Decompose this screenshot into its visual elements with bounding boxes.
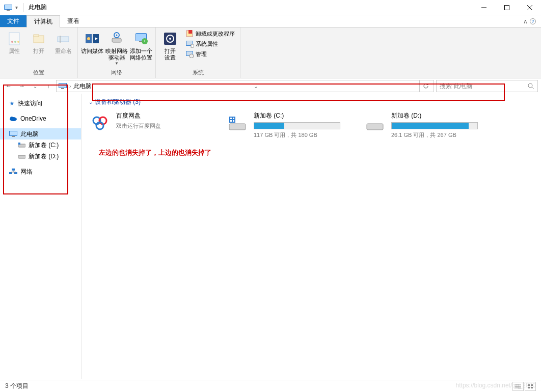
minimize-button[interactable] bbox=[472, 0, 495, 15]
uninstall-button[interactable]: 卸载或更改程序 bbox=[185, 30, 235, 38]
svg-point-9 bbox=[14, 41, 16, 43]
drive-usage-bar bbox=[391, 122, 478, 129]
svg-rect-52 bbox=[9, 172, 12, 174]
close-button[interactable] bbox=[518, 0, 541, 15]
svg-rect-60 bbox=[229, 124, 246, 130]
drive-icon bbox=[226, 111, 249, 134]
pc-icon bbox=[59, 83, 67, 89]
svg-point-42 bbox=[528, 83, 532, 88]
system-properties-button[interactable]: 系统属性 bbox=[185, 40, 235, 48]
tab-view[interactable]: 查看 bbox=[60, 15, 87, 27]
refresh-button[interactable] bbox=[419, 80, 431, 92]
navbar: ← → ⌄ ↑ › 此电脑 ⌄ 搜索"此电脑" bbox=[0, 78, 541, 94]
drive-icon bbox=[364, 111, 386, 134]
nav-back[interactable]: ← bbox=[3, 82, 14, 90]
nav-forward[interactable]: → bbox=[16, 82, 28, 90]
pc-icon bbox=[4, 5, 12, 11]
svg-point-17 bbox=[87, 37, 90, 40]
sidebar-item-onedrive[interactable]: OneDrive bbox=[0, 113, 81, 124]
svg-rect-70 bbox=[528, 384, 530, 386]
svg-line-43 bbox=[532, 87, 534, 89]
view-details-button[interactable] bbox=[512, 382, 524, 391]
network-icon bbox=[9, 169, 17, 175]
ribbon-collapse[interactable]: ∧? bbox=[518, 15, 541, 27]
content-pane: ⌄ 设备和驱动器 (3) 百度网盘 双击运行百度网盘 新加卷 (C:) 117 … bbox=[82, 94, 541, 379]
svg-rect-54 bbox=[12, 169, 15, 171]
svg-point-8 bbox=[11, 41, 13, 43]
svg-point-45 bbox=[10, 117, 13, 120]
rename-button[interactable]: 重命名 bbox=[51, 30, 75, 54]
svg-rect-2 bbox=[7, 10, 10, 11]
pc-icon bbox=[9, 131, 17, 137]
star-icon: ★ bbox=[9, 100, 15, 107]
svg-rect-62 bbox=[230, 118, 232, 119]
titlebar-divider bbox=[23, 3, 23, 12]
svg-point-21 bbox=[116, 35, 118, 36]
sidebar-item-network[interactable]: 网络 bbox=[0, 166, 81, 177]
chevron-down-icon: ⌄ bbox=[89, 99, 93, 105]
svg-rect-65 bbox=[233, 120, 234, 122]
cloud-icon bbox=[9, 116, 17, 121]
search-box[interactable]: 搜索"此电脑" bbox=[436, 80, 538, 92]
search-icon bbox=[528, 83, 534, 90]
map-drive-button[interactable]: 映射网络 驱动器 ▼ bbox=[104, 30, 129, 66]
svg-rect-73 bbox=[531, 387, 533, 388]
svg-rect-53 bbox=[14, 172, 17, 174]
svg-point-10 bbox=[17, 41, 19, 43]
statusbar: 3 个项目 bbox=[0, 380, 541, 392]
sidebar: ★ 快速访问 OneDrive 此电脑 新加卷 (C:) 新加卷 (D:) 网络 bbox=[0, 94, 82, 379]
svg-rect-63 bbox=[233, 118, 234, 119]
svg-rect-7 bbox=[9, 33, 19, 45]
svg-rect-61 bbox=[229, 117, 235, 123]
maximize-button[interactable] bbox=[495, 0, 518, 15]
svg-rect-66 bbox=[367, 124, 383, 130]
qat-dropdown-icon[interactable]: ▾ bbox=[15, 5, 18, 10]
open-button[interactable]: 打开 bbox=[26, 30, 51, 54]
breadcrumb-current[interactable]: 此电脑 bbox=[73, 82, 92, 91]
svg-point-37 bbox=[190, 54, 194, 58]
drive-usage-bar bbox=[254, 122, 340, 129]
status-item-count: 3 个项目 bbox=[5, 382, 29, 390]
open-settings-button[interactable]: 打开 设置 bbox=[158, 30, 182, 61]
svg-rect-1 bbox=[5, 5, 12, 9]
address-bar[interactable]: › 此电脑 ⌄ bbox=[56, 80, 434, 92]
sidebar-item-thispc[interactable]: 此电脑 bbox=[0, 128, 81, 139]
svg-rect-19 bbox=[112, 38, 121, 42]
baidu-icon bbox=[89, 111, 111, 134]
window-title: 此电脑 bbox=[29, 3, 47, 12]
sidebar-item-drive-d[interactable]: 新加卷 (D:) bbox=[0, 151, 81, 162]
device-drive-c[interactable]: 新加卷 (C:) 117 GB 可用，共 180 GB bbox=[226, 111, 348, 139]
ribbon-group-location: 属性 打开 重命名 位置 bbox=[0, 27, 78, 78]
add-location-button[interactable]: + 添加一个 网络位置 bbox=[129, 30, 153, 61]
drive-icon bbox=[18, 154, 25, 159]
sidebar-item-quick-access[interactable]: ★ 快速访问 bbox=[0, 98, 81, 109]
svg-rect-64 bbox=[230, 120, 232, 122]
ribbon-group-network: 访问媒体 映射网络 驱动器 ▼ + 添加一个 网络位置 网络 bbox=[78, 27, 156, 78]
svg-rect-4 bbox=[504, 5, 509, 10]
nav-up[interactable]: ↑ bbox=[43, 82, 54, 90]
sidebar-item-drive-c[interactable]: 新加卷 (C:) bbox=[0, 139, 81, 151]
svg-rect-34 bbox=[191, 44, 194, 47]
svg-point-29 bbox=[169, 38, 171, 40]
drive-icon bbox=[18, 143, 25, 148]
properties-button[interactable]: 属性 bbox=[2, 30, 26, 54]
svg-rect-31 bbox=[188, 30, 192, 34]
manage-button[interactable]: 管理 bbox=[185, 50, 235, 58]
group-header-devices[interactable]: ⌄ 设备和驱动器 (3) bbox=[89, 98, 534, 106]
device-baidu[interactable]: 百度网盘 双击运行百度网盘 bbox=[89, 111, 211, 139]
nav-recent[interactable]: ⌄ bbox=[30, 83, 41, 89]
access-media-button[interactable]: 访问媒体 bbox=[80, 30, 104, 54]
device-drive-d[interactable]: 新加卷 (D:) 26.1 GB 可用，共 267 GB bbox=[364, 111, 486, 139]
svg-rect-50 bbox=[18, 143, 20, 145]
svg-rect-12 bbox=[34, 35, 39, 37]
svg-rect-51 bbox=[18, 155, 25, 158]
svg-rect-13 bbox=[58, 37, 69, 42]
chevron-right-icon[interactable]: › bbox=[69, 83, 71, 89]
search-placeholder: 搜索"此电脑" bbox=[440, 82, 475, 91]
svg-rect-71 bbox=[531, 384, 533, 386]
tab-computer[interactable]: 计算机 bbox=[26, 15, 60, 27]
tab-file[interactable]: 文件 bbox=[0, 15, 26, 27]
view-icons-button[interactable] bbox=[525, 382, 536, 391]
ribbon-group-system: 打开 设置 卸载或更改程序 系统属性 管理 系统 bbox=[156, 27, 240, 78]
address-dropdown[interactable]: ⌄ bbox=[254, 83, 258, 89]
